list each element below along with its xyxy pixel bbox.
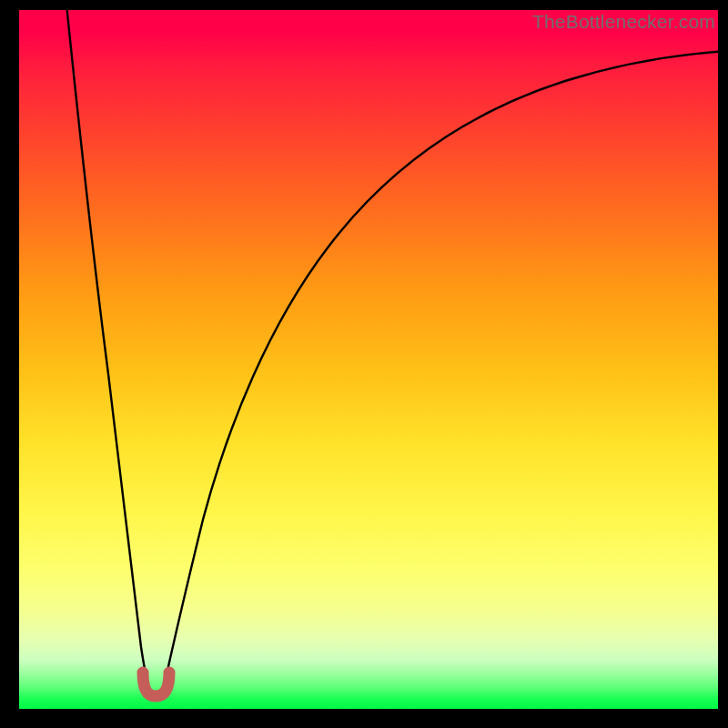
bottleneck-curve-left [66, 10, 148, 687]
curve-overlay [19, 10, 718, 709]
chart-frame: TheBottlenecker.com [0, 0, 728, 728]
plot-area [19, 10, 718, 709]
minimum-marker [143, 672, 169, 696]
bottleneck-curve-right [164, 51, 718, 687]
